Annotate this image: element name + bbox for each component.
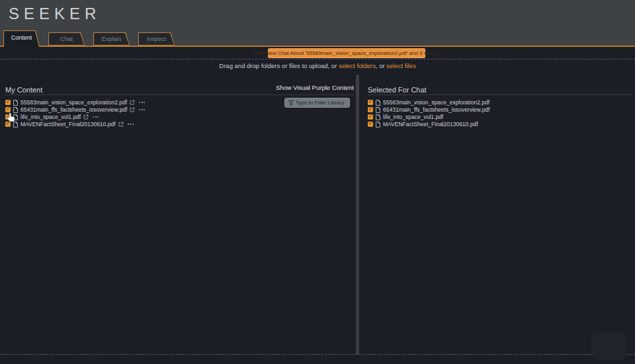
my-content-title: My Content (5, 86, 42, 94)
more-options-icon[interactable] (128, 124, 134, 125)
document-icon (376, 114, 380, 120)
document-icon (376, 107, 380, 113)
file-row: 65431main_ffs_factsheets_issoverview.pdf (368, 107, 632, 112)
selected-for-chat-header: Selected For Chat (368, 83, 632, 95)
file-row: 65431main_ffs_factsheets_issoverview.pdf (5, 107, 354, 112)
dropzone-separator: , or (376, 62, 386, 69)
funnel-icon (288, 100, 294, 106)
file-checkbox[interactable] (5, 100, 11, 105)
selected-file-list: 55583main_vision_space_exploration2.pdf … (368, 100, 632, 127)
file-name[interactable]: MAVENFactSheet_Final20130610.pdf (383, 121, 478, 127)
tab-content[interactable]: Content (3, 30, 40, 47)
file-row: MAVENFactSheet_Final20130610.pdf (5, 122, 354, 127)
dropzone-text: Drag and drop folders or files to upload… (219, 62, 339, 69)
external-link-icon[interactable] (118, 122, 124, 127)
file-checkbox[interactable] (368, 107, 373, 112)
file-name[interactable]: 65431main_ffs_factsheets_issoverview.pdf (21, 106, 127, 113)
tab-content-label: Content (3, 30, 40, 47)
my-content-panel: My Content Show Visual Purple Content Ty… (5, 83, 354, 354)
my-content-header: My Content Show Visual Purple Content (5, 83, 354, 95)
tab-inspect[interactable]: Inspect (138, 32, 175, 46)
file-name[interactable]: 65431main_ffs_factsheets_issoverview.pdf (383, 106, 489, 113)
file-checkbox[interactable] (5, 107, 11, 112)
file-name[interactable]: 55583main_vision_space_exploration2.pdf (383, 99, 489, 106)
document-icon (13, 107, 18, 113)
external-link-icon[interactable] (130, 107, 135, 112)
library-filter-input[interactable]: Type to Filter Library (284, 98, 350, 108)
file-row: 55583main_vision_space_exploration2.pdf (368, 100, 632, 105)
app-header: SEEKER Content Chat Explain Inspect (0, 0, 635, 47)
file-name[interactable]: life_into_space_vol1.pdf (21, 114, 81, 120)
file-name[interactable]: MAVENFactSheet_Final20130610.pdf (21, 121, 116, 127)
select-folders-link[interactable]: select folders (339, 62, 376, 69)
file-name[interactable]: life_into_space_vol1.pdf (383, 114, 443, 120)
tab-bar: Content Chat Explain Inspect (3, 30, 175, 46)
tab-chat-label: Chat (48, 32, 85, 46)
document-icon (376, 122, 380, 127)
document-icon (13, 100, 18, 106)
file-row: life_into_space_vol1.pdf (368, 114, 632, 120)
file-checkbox[interactable] (368, 114, 373, 120)
selected-for-chat-panel: Selected For Chat 55583main_vision_space… (368, 83, 632, 354)
selected-for-chat-title: Selected For Chat (368, 86, 427, 94)
document-icon (376, 100, 380, 106)
start-new-chat-button[interactable]: Start New Chat About '55583main_vision_s… (268, 48, 425, 58)
external-link-icon[interactable] (83, 114, 89, 120)
document-icon (13, 114, 18, 120)
select-files-link[interactable]: select files (386, 62, 415, 69)
panel-divider (356, 75, 359, 354)
file-row: MAVENFactSheet_Final20130610.pdf (368, 122, 632, 127)
show-visual-purple-toggle[interactable]: Show Visual Purple Content (276, 84, 354, 91)
file-row: life_into_space_vol1.pdf (5, 114, 354, 120)
file-name[interactable]: 55583main_vision_space_exploration2.pdf (21, 99, 127, 106)
document-icon (13, 122, 18, 127)
file-dropzone[interactable]: Drag and drop folders or files to upload… (0, 59, 635, 355)
app-window: SEEKER Content Chat Explain Inspect Star… (0, 0, 635, 364)
tab-chat[interactable]: Chat (48, 32, 85, 46)
file-checkbox[interactable] (368, 100, 373, 105)
more-options-icon[interactable] (93, 116, 99, 118)
app-logo: SEEKER (9, 5, 101, 23)
tab-inspect-label: Inspect (138, 32, 175, 46)
file-checkbox[interactable] (368, 122, 373, 127)
content-area: Start New Chat About '55583main_vision_s… (0, 48, 635, 364)
filter-placeholder: Type to Filter Library (296, 100, 344, 106)
tab-explain-label: Explain (93, 32, 130, 46)
more-options-icon[interactable] (139, 102, 145, 103)
file-checkbox[interactable] (5, 114, 11, 120)
more-options-icon[interactable] (139, 109, 145, 110)
external-link-icon[interactable] (130, 100, 135, 105)
dropzone-instructions: Drag and drop folders or files to upload… (0, 62, 635, 69)
tab-explain[interactable]: Explain (93, 32, 130, 46)
file-checkbox[interactable] (5, 122, 11, 127)
